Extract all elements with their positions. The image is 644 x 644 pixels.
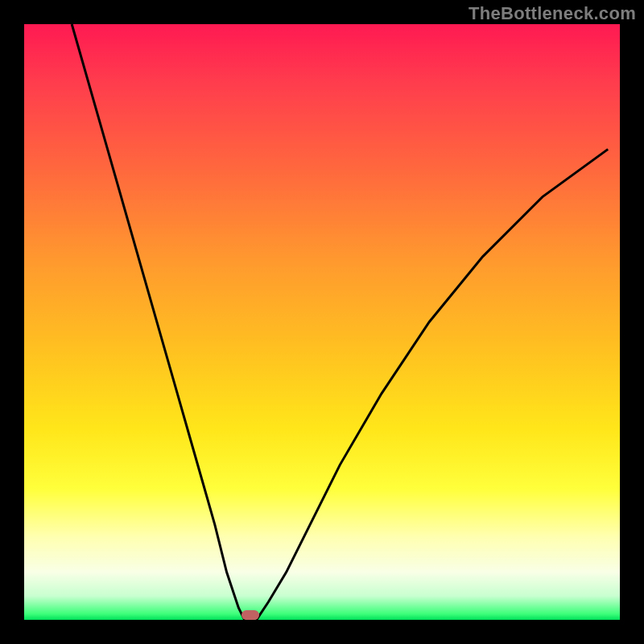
curve-left-branch bbox=[72, 24, 245, 620]
curve-right-branch bbox=[257, 149, 609, 620]
plot-area bbox=[24, 24, 620, 620]
watermark-text: TheBottleneck.com bbox=[469, 3, 636, 24]
bottleneck-curve bbox=[24, 24, 620, 620]
chart-frame: TheBottleneck.com bbox=[0, 0, 644, 644]
minimum-marker bbox=[242, 610, 259, 620]
